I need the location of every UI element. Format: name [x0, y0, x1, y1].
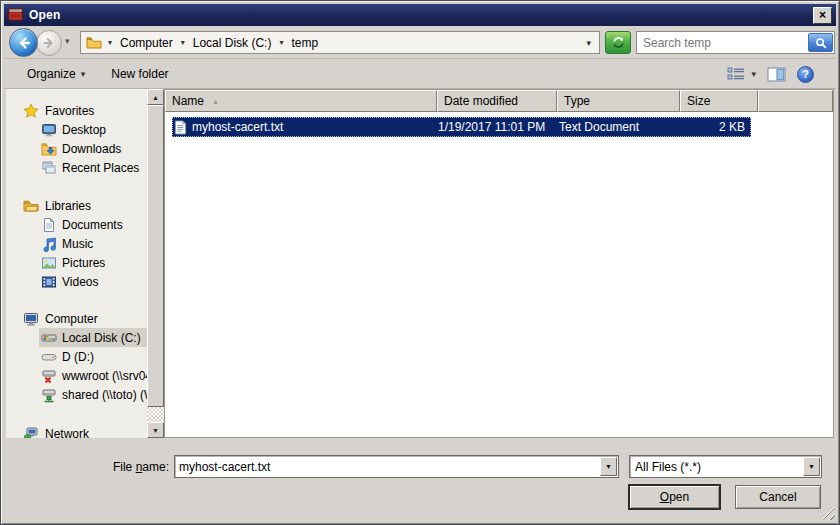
file-size-cell: 2 KB — [675, 120, 751, 134]
sidebar-item-d-drive[interactable]: D (D:) — [39, 347, 147, 366]
back-arrow-icon — [16, 35, 32, 51]
downloads-folder-icon — [41, 141, 57, 157]
breadcrumb[interactable]: ▾ Computer ▾ Local Disk (C:) ▾ temp ▾ — [80, 31, 600, 54]
chevron-down-icon: ▾ — [751, 69, 756, 79]
column-header-size[interactable]: Size — [680, 90, 758, 112]
section-label: Network — [45, 427, 89, 439]
item-label: Documents — [62, 218, 123, 232]
breadcrumb-segment-local-disk[interactable]: Local Disk (C:) — [191, 36, 274, 50]
back-button[interactable] — [9, 28, 38, 57]
triangle-down-icon: ▼ — [808, 463, 815, 470]
sidebar-item-recent-places[interactable]: Recent Places — [39, 158, 147, 177]
new-folder-button[interactable]: New folder — [103, 63, 176, 85]
navigation-bar: ▾ ▾ Computer ▾ Local Disk (C:) ▾ temp ▾ — [4, 26, 836, 59]
sidebar-section-libraries[interactable]: Libraries — [6, 196, 147, 215]
sidebar-section-favorites[interactable]: Favorites — [6, 101, 147, 120]
file-name-label: File name: — [61, 460, 169, 474]
recent-places-icon — [41, 160, 57, 176]
disconnected-network-drive-icon — [41, 368, 57, 384]
file-name-combobox[interactable]: ▼ — [174, 455, 619, 478]
window-title: Open — [29, 8, 60, 22]
item-label: Recent Places — [62, 161, 139, 175]
help-button[interactable]: ? — [797, 60, 814, 88]
file-row[interactable]: myhost-cacert.txt 1/19/2017 11:01 PM Tex… — [172, 117, 751, 137]
column-header-type[interactable]: Type — [557, 90, 680, 112]
magnifier-icon — [814, 36, 828, 50]
refresh-button[interactable] — [605, 31, 631, 54]
star-icon — [23, 103, 39, 119]
item-label: shared (\\toto) (W — [62, 388, 147, 402]
triangle-down-icon: ▼ — [152, 427, 159, 434]
file-type-cell: Text Document — [553, 120, 675, 134]
sidebar-item-videos[interactable]: Videos — [39, 272, 147, 291]
sidebar-item-documents[interactable]: Documents — [39, 215, 147, 234]
column-header-date-modified[interactable]: Date modified — [437, 90, 557, 112]
chevron-down-icon[interactable]: ▾ — [179, 38, 187, 47]
address-dropdown-icon[interactable]: ▾ — [586, 38, 594, 48]
scroll-up-button[interactable]: ▲ — [147, 89, 164, 105]
close-button[interactable]: × — [813, 7, 832, 24]
sidebar-item-pictures[interactable]: Pictures — [39, 253, 147, 272]
search-input[interactable] — [637, 36, 807, 50]
sidebar-item-shared[interactable]: shared (\\toto) (W — [39, 385, 147, 404]
network-drive-icon — [41, 387, 57, 403]
file-name-dropdown-button[interactable]: ▼ — [600, 457, 617, 476]
file-name-input[interactable] — [175, 460, 600, 474]
app-icon[interactable] — [8, 7, 24, 23]
forward-arrow-icon — [42, 36, 56, 50]
open-dialog-window: Open × ▾ ▾ Computer ▾ Local Disk — [0, 0, 840, 525]
sidebar-section-network[interactable]: Network — [6, 424, 147, 438]
sort-ascending-icon: ▲ — [212, 98, 219, 105]
history-chevron-icon[interactable]: ▾ — [65, 36, 70, 46]
views-button[interactable]: ▾ — [727, 60, 756, 88]
open-button[interactable]: Open — [629, 485, 720, 509]
help-icon: ? — [797, 66, 814, 83]
command-toolbar: Organize ▾ New folder ▾ — [4, 60, 836, 89]
scroll-down-button[interactable]: ▼ — [147, 422, 164, 438]
sidebar-item-downloads[interactable]: Downloads — [39, 139, 147, 158]
section-label: Computer — [45, 312, 98, 326]
film-strip-icon — [41, 274, 57, 290]
column-header-row: Name ▲ Date modified Type Size — [165, 90, 833, 112]
sidebar-item-wwwroot[interactable]: wwwroot (\\srv04\ — [39, 366, 147, 385]
preview-pane-icon — [767, 67, 786, 82]
resize-grip[interactable] — [821, 506, 835, 520]
item-label: Desktop — [62, 123, 106, 137]
libraries-folder-icon — [23, 198, 39, 214]
hard-disk-icon — [41, 330, 57, 346]
music-note-icon — [41, 236, 57, 252]
item-label: Pictures — [62, 256, 105, 270]
triangle-down-icon: ▼ — [605, 463, 612, 470]
search-button[interactable] — [808, 33, 833, 52]
folder-icon — [86, 35, 102, 51]
breadcrumb-segment-computer[interactable]: Computer — [118, 36, 175, 50]
sidebar-item-music[interactable]: Music — [39, 234, 147, 253]
text-document-icon — [174, 120, 187, 135]
item-label: Videos — [62, 275, 98, 289]
sidebar-section-computer[interactable]: Computer — [6, 309, 147, 328]
item-label: Local Disk (C:) — [62, 331, 141, 345]
preview-pane-button[interactable] — [767, 60, 786, 88]
column-label: Size — [687, 94, 710, 108]
desktop-icon — [41, 122, 57, 138]
cancel-button[interactable]: Cancel — [735, 485, 821, 509]
forward-button[interactable] — [36, 30, 62, 56]
sidebar-item-local-disk-c[interactable]: Local Disk (C:) — [39, 328, 147, 347]
sidebar-scrollbar[interactable]: ▲ ▼ — [147, 89, 164, 438]
network-icon — [23, 426, 39, 439]
column-header-filler — [758, 90, 833, 112]
chevron-down-icon[interactable]: ▾ — [106, 38, 114, 47]
computer-monitor-icon — [23, 311, 39, 327]
organize-button[interactable]: Organize ▾ — [19, 63, 93, 85]
scrollbar-thumb[interactable] — [147, 105, 164, 407]
file-type-dropdown-button[interactable]: ▼ — [803, 457, 820, 476]
sidebar-item-desktop[interactable]: Desktop — [39, 120, 147, 139]
breadcrumb-segment-temp[interactable]: temp — [289, 36, 320, 50]
file-list: Name ▲ Date modified Type Size myhost-ca… — [164, 89, 834, 438]
column-header-name[interactable]: Name ▲ — [165, 90, 437, 112]
title-bar[interactable]: Open × — [4, 4, 836, 26]
file-type-combobox[interactable]: All Files (*.*) ▼ — [629, 455, 822, 478]
chevron-down-icon[interactable]: ▾ — [277, 38, 285, 47]
triangle-up-icon: ▲ — [152, 94, 159, 101]
item-label: Downloads — [62, 142, 121, 156]
